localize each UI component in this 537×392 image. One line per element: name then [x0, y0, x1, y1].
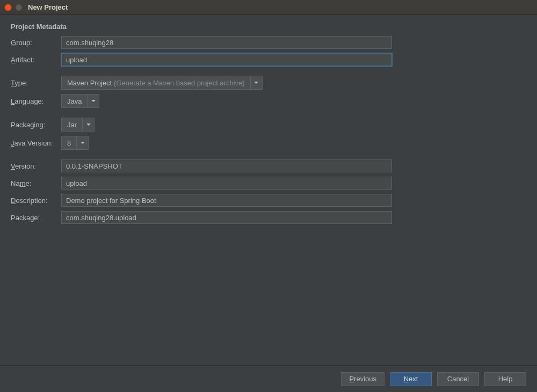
- java-version-value: 8: [67, 139, 71, 147]
- java-version-combo-arrow[interactable]: [77, 136, 89, 150]
- packaging-combo[interactable]: Jar: [61, 118, 95, 132]
- version-label: Version:: [11, 162, 61, 170]
- version-input[interactable]: [61, 159, 392, 172]
- button-bar: Previous Next Cancel Help: [0, 365, 537, 392]
- chevron-down-icon: [91, 100, 96, 102]
- type-combo[interactable]: Maven Project(Generate a Maven based pro…: [61, 76, 263, 90]
- description-input[interactable]: [61, 194, 392, 207]
- type-combo-arrow[interactable]: [251, 76, 263, 90]
- close-icon[interactable]: [4, 4, 12, 11]
- name-label: Name:: [11, 179, 61, 187]
- type-hint: (Generate a Maven based project archive): [114, 79, 245, 87]
- package-label: Package:: [11, 214, 61, 222]
- description-label: Description:: [11, 197, 61, 205]
- artifact-label: Artifact:: [11, 56, 61, 64]
- artifact-input[interactable]: [61, 53, 392, 66]
- previous-button[interactable]: Previous: [341, 372, 384, 386]
- java-version-combo[interactable]: 8: [61, 136, 89, 150]
- window-controls: [4, 4, 23, 11]
- type-label: Type:: [11, 79, 61, 87]
- java-version-label: Java Version:: [11, 139, 61, 147]
- chevron-down-icon: [254, 82, 258, 84]
- help-button[interactable]: Help: [484, 372, 526, 386]
- window-title: New Project: [28, 3, 68, 11]
- group-label: Group:: [11, 39, 61, 47]
- package-input[interactable]: [61, 211, 392, 224]
- next-button[interactable]: Next: [390, 372, 432, 386]
- language-combo[interactable]: Java: [61, 94, 99, 108]
- packaging-value: Jar: [67, 121, 77, 129]
- minimize-icon[interactable]: [15, 4, 23, 11]
- language-label: Language:: [11, 97, 61, 105]
- dialog-content: Project Metadata Group: Artifact: Type: …: [0, 15, 537, 365]
- packaging-label: Packaging:: [11, 121, 61, 129]
- chevron-down-icon: [81, 142, 85, 144]
- titlebar: New Project: [0, 0, 537, 15]
- type-value: Maven Project: [67, 79, 112, 87]
- language-combo-arrow[interactable]: [88, 94, 99, 108]
- chevron-down-icon: [86, 124, 91, 126]
- language-value: Java: [67, 97, 82, 105]
- packaging-combo-arrow[interactable]: [83, 118, 95, 132]
- name-input[interactable]: [61, 177, 392, 190]
- group-input[interactable]: [61, 36, 392, 49]
- cancel-button[interactable]: Cancel: [437, 372, 479, 386]
- section-title: Project Metadata: [11, 23, 526, 31]
